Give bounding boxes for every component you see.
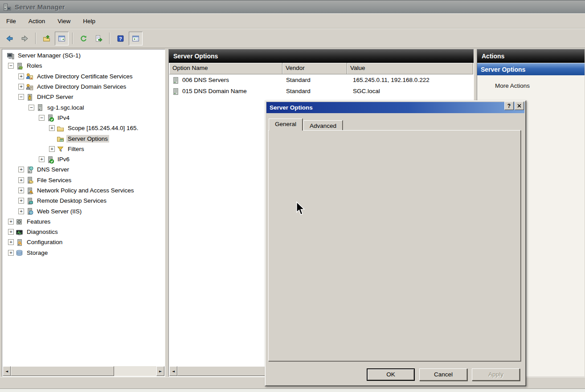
tree-item-server-manager-sg-1[interactable]: Server Manager (SG-1) <box>2 50 165 61</box>
dialog-help-button[interactable]: ? <box>504 102 514 110</box>
scrollbar-track[interactable] <box>114 366 156 376</box>
tree-item-label[interactable]: Diagnostics <box>25 228 59 236</box>
tree-item-ipv4[interactable]: −IPv4 <box>2 113 165 123</box>
export-list-button[interactable] <box>92 32 106 45</box>
tree-item-label[interactable]: IPv4 <box>56 114 71 122</box>
tree-item-dhcp-server[interactable]: −DHCP Server <box>2 92 165 102</box>
tree-item-label[interactable]: Active Directory Domain Services <box>36 83 127 90</box>
expand-expander[interactable]: + <box>49 146 55 152</box>
tree-item-storage[interactable]: +Storage <box>2 248 165 258</box>
tree-item-label[interactable]: Network Policy and Access Services <box>36 187 135 194</box>
expand-expander[interactable]: + <box>18 188 24 193</box>
forward-arrow-button[interactable] <box>18 32 32 45</box>
tree-item-label[interactable]: DHCP Server <box>36 93 75 101</box>
column-header-option-name[interactable]: Option Name <box>169 63 282 74</box>
table-row[interactable]: 006 DNS ServersStandard165.245.0.11, 192… <box>169 74 473 86</box>
expand-expander[interactable]: + <box>18 198 24 204</box>
menu-item-file[interactable]: File <box>0 15 22 27</box>
help-button[interactable]: ? <box>114 32 127 45</box>
vendor-cell: Standard <box>282 77 347 83</box>
dialog-titlebar[interactable]: Server Options <box>266 102 524 113</box>
back-arrow-button[interactable] <box>3 32 16 45</box>
tree-item-sg-1-sgc-local[interactable]: −sg-1.sgc.local <box>2 102 165 112</box>
tree-item-label[interactable]: DNS Server <box>36 166 70 173</box>
tree-item-label[interactable]: Scope [165.245.44.0] 165. <box>66 124 139 132</box>
table-row[interactable]: 015 DNS Domain NameStandardSGC.local <box>169 86 473 97</box>
tree-item-diagnostics[interactable]: +Diagnostics <box>2 227 165 237</box>
tree-horizontal-scrollbar[interactable]: ◄ ► <box>3 366 164 376</box>
window-titlebar[interactable]: Server Manager <box>0 0 585 13</box>
collapse-expander[interactable]: − <box>29 105 34 110</box>
tree-item-features[interactable]: +Features <box>2 216 165 227</box>
menu-item-action[interactable]: Action <box>22 15 52 27</box>
dialog-close-button[interactable] <box>515 102 524 110</box>
value-cell: 165.245.0.11, 192.168.0.222 <box>347 77 473 83</box>
collapse-expander[interactable]: − <box>39 115 45 121</box>
expand-expander[interactable]: + <box>8 219 14 225</box>
expand-expander[interactable]: + <box>8 239 14 245</box>
tree-item-label[interactable]: Filters <box>66 145 86 153</box>
tree-item-ipv6[interactable]: +IPv6 <box>2 154 165 164</box>
tree-item-label[interactable]: Features <box>25 218 52 225</box>
tree-item-remote-desktop-services[interactable]: +Remote Desktop Services <box>2 196 165 206</box>
tree-item-scope-165-245-44-0-165[interactable]: +Scope [165.245.44.0] 165. <box>2 123 165 133</box>
scroll-left-button[interactable]: ◄ <box>3 366 11 376</box>
tree-item-dns-server[interactable]: +DNS Server <box>2 164 165 175</box>
tree-item-label[interactable]: Server Options <box>66 135 109 143</box>
tree-item-label[interactable]: Remote Desktop Services <box>36 197 108 204</box>
tree-item-server-options[interactable]: Server Options <box>2 133 165 143</box>
column-header-value[interactable]: Value <box>347 63 473 74</box>
up-folder-button[interactable] <box>40 32 53 45</box>
adds-icon <box>26 83 34 90</box>
table-column-headers: Option NameVendorValue <box>169 63 473 74</box>
tree-item-configuration[interactable]: +Configuration <box>2 237 165 247</box>
tree-item-label[interactable]: Active Directory Certificate Services <box>36 73 134 80</box>
tree-item-roles[interactable]: −Roles <box>2 61 165 71</box>
tab-advanced[interactable]: Advanced <box>303 120 343 131</box>
expand-expander[interactable]: + <box>18 167 24 172</box>
actions-group-banner[interactable]: Server Options <box>477 63 585 75</box>
tree-item-label[interactable]: IPv6 <box>56 155 71 163</box>
expand-expander[interactable]: + <box>18 84 24 90</box>
tab-general[interactable]: General <box>269 118 303 131</box>
tree-item-active-directory-domain-services[interactable]: +Active Directory Domain Services <box>2 82 165 92</box>
expand-expander[interactable]: + <box>49 125 55 131</box>
tree-item-filters[interactable]: +Filters <box>2 144 165 154</box>
tree-item-label[interactable]: Roles <box>25 62 44 69</box>
server-manager-window: Server Manager FileActionViewHelp ? Serv… <box>0 0 585 392</box>
menu-item-help[interactable]: Help <box>77 15 102 27</box>
more-actions-link[interactable]: More Actions <box>477 75 585 89</box>
console-tree-pane: Server Manager (SG-1)−Roles+Active Direc… <box>2 49 165 377</box>
expand-expander[interactable]: + <box>18 177 24 183</box>
column-header-vendor[interactable]: Vendor <box>282 63 347 74</box>
tree-item-label[interactable]: File Services <box>36 176 73 184</box>
scroll-left-button[interactable]: ◄ <box>169 366 177 376</box>
tree-item-label[interactable]: Storage <box>25 249 49 257</box>
expand-expander[interactable]: + <box>8 229 14 235</box>
apply-button[interactable]: Apply <box>472 368 520 381</box>
menu-item-view[interactable]: View <box>51 15 77 27</box>
expand-expander[interactable]: + <box>39 156 45 162</box>
expand-expander[interactable]: + <box>18 208 24 214</box>
adcs-icon <box>26 73 33 80</box>
tree-item-web-server-iis[interactable]: +Web Server (IIS) <box>2 206 165 216</box>
show-action-pane-button[interactable] <box>129 32 143 45</box>
expand-expander[interactable]: + <box>8 250 14 256</box>
scroll-right-button[interactable]: ► <box>156 366 164 376</box>
tree-item-active-directory-certificate-services[interactable]: +Active Directory Certificate Services <box>2 71 165 82</box>
tree-item-label[interactable]: sg-1.sgc.local <box>46 104 86 111</box>
collapse-expander[interactable]: − <box>18 94 24 100</box>
show-console-tree-button[interactable] <box>55 32 69 45</box>
file-services-icon <box>26 176 34 184</box>
tree-item-label[interactable]: Configuration <box>25 238 64 246</box>
tree-item-label[interactable]: Server Manager (SG-1) <box>16 52 82 59</box>
tree-item-label[interactable]: Web Server (IIS) <box>36 208 83 215</box>
ok-button[interactable]: OK <box>367 368 415 381</box>
refresh-button[interactable] <box>77 32 90 45</box>
cancel-button[interactable]: Cancel <box>419 368 467 381</box>
tree-item-file-services[interactable]: +File Services <box>2 175 165 185</box>
tree-item-network-policy-and-access-services[interactable]: +Network Policy and Access Services <box>2 185 165 196</box>
expand-expander[interactable]: + <box>18 74 24 79</box>
scrollbar-thumb[interactable] <box>11 366 114 376</box>
collapse-expander[interactable]: − <box>8 63 14 69</box>
